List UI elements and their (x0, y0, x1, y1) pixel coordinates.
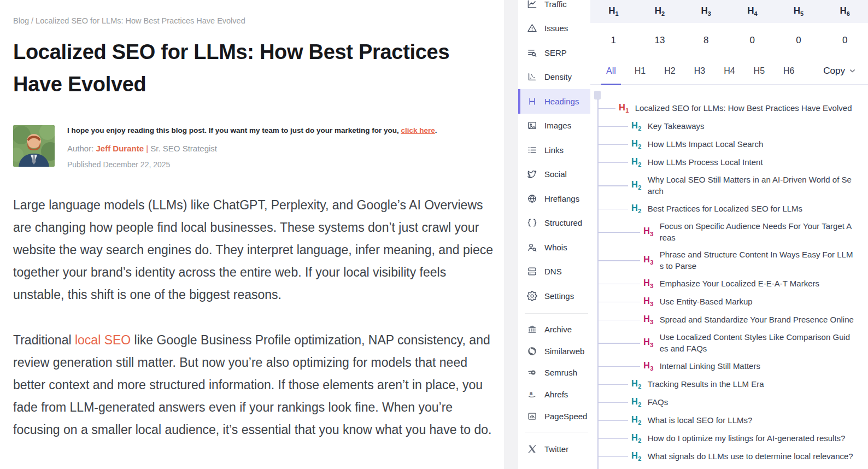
heading-level-badge: H2 (631, 396, 642, 408)
breadcrumb[interactable]: Blog / Localized SEO for LLMs: How Best … (13, 0, 504, 25)
tab-h6[interactable]: H6 (782, 57, 796, 84)
author-note: I hope you enjoy reading this blog post.… (67, 125, 437, 134)
published-date: Published December 22, 2025 (67, 160, 437, 169)
globe-icon (527, 194, 537, 204)
sidebar-item-label: Links (544, 145, 564, 155)
heading-text: Use Localized Content Styles Like Compar… (660, 331, 854, 354)
tab-h2[interactable]: H2 (662, 57, 677, 84)
author-note-text: I hope you enjoy reading this blog post.… (67, 126, 401, 134)
sidebar-tools-group: Archive Similarweb Semrush a Ahrefs Page… (518, 319, 590, 427)
tab-h1[interactable]: H1 (633, 57, 647, 84)
sidebar-item-whois[interactable]: Whois (518, 235, 590, 260)
heading-text: How LLMs Process Local Intent (648, 156, 763, 168)
sidebar-item-label: Density (544, 72, 572, 81)
sidebar-item-label: Ahrefs (544, 390, 568, 399)
paragraph-2-text-cont: like Google Business Profile optimizatio… (13, 333, 491, 437)
heading-level-badge: H2 (631, 432, 642, 444)
heading-level-badge: H2 (631, 414, 642, 426)
heading-level-badge: H2 (631, 138, 642, 150)
sidebar-item-headings[interactable]: Headings (518, 89, 590, 114)
summary-label-h2: H2 (637, 5, 683, 17)
author-photo-illustration (13, 125, 55, 167)
sidebar-item-label: DNS (544, 267, 562, 276)
seo-extension-sidebar: Traffic Issues SERP Density Headings Ima (518, 0, 590, 469)
heading-tree-item[interactable]: H2 FAQs (590, 393, 854, 411)
sidebar-item-label: Twitter (544, 444, 568, 454)
sidebar-item-structured[interactable]: Structured (518, 211, 590, 236)
list-links-icon (527, 145, 537, 155)
x-twitter-icon (527, 444, 537, 454)
tab-h3[interactable]: H3 (693, 57, 707, 84)
author-role: Sr. SEO Strategist (150, 144, 217, 153)
copy-dropdown-button[interactable]: Copy (823, 57, 856, 84)
heading-tree-item[interactable]: H2 What signals do LLMs use to determine… (590, 447, 854, 465)
heading-tree-item[interactable]: H2 How LLMs Impact Local Search (590, 135, 854, 153)
sidebar-item-density[interactable]: Density (518, 65, 590, 90)
twitter-bird-icon (527, 169, 537, 179)
heading-tree-item[interactable]: H2 Tracking Results in the LLM Era (590, 375, 854, 393)
sidebar-item-settings[interactable]: Settings (518, 284, 590, 308)
summary-label-h6: H6 (822, 5, 868, 17)
sidebar-item-semrush[interactable]: Semrush (518, 362, 590, 384)
heading-text: What signals do LLMs use to determine lo… (648, 450, 853, 462)
heading-tree-item[interactable]: H2 How LLMs Process Local Intent (590, 153, 854, 171)
heading-tree-item[interactable]: H3 Internal Linking Still Matters (590, 357, 854, 375)
sidebar-item-hreflangs[interactable]: Hreflangs (518, 186, 590, 211)
headings-analysis-panel: H1 H2 H3 H4 H5 H6 1 13 8 0 0 0 All H1 H2… (590, 0, 868, 469)
sidebar-item-dns[interactable]: DNS (518, 260, 590, 284)
heading-tree-item[interactable]: H2 How do I optimize my listings for AI-… (590, 429, 854, 447)
heading-tree-item[interactable]: H2 Best Practices for Localized SEO for … (590, 200, 854, 218)
headings-summary-header: H1 H2 H3 H4 H5 H6 (590, 0, 868, 23)
sidebar-item-serp[interactable]: SERP (518, 40, 590, 65)
heading-tree-item[interactable]: H3 Focus on Specific Audience Needs For … (590, 218, 854, 246)
svg-text:a: a (530, 390, 533, 396)
sidebar-item-traffic[interactable]: Traffic (518, 0, 590, 16)
author-name-link[interactable]: Jeff Durante (96, 144, 144, 153)
local-seo-link[interactable]: local SEO (75, 333, 131, 347)
sidebar-item-twitter[interactable]: Twitter (518, 437, 590, 461)
archive-bank-icon (527, 324, 537, 335)
heading-text: Why Local SEO Still Matters in an AI-Dri… (648, 174, 854, 197)
click-here-link[interactable]: click here (401, 126, 435, 134)
sidebar-item-label: Headings (544, 97, 579, 106)
tab-h4[interactable]: H4 (722, 57, 736, 84)
tab-all[interactable]: All (605, 57, 618, 84)
sidebar-item-social[interactable]: Social (518, 162, 590, 187)
heading-tree-item[interactable]: H1 Localized SEO for LLMs: How Best Prac… (590, 99, 854, 117)
h3-count: 8 (683, 35, 729, 46)
heading-tree-item[interactable]: H3 Use Localized Content Styles Like Com… (590, 329, 854, 357)
sidebar-item-ahrefs[interactable]: a Ahrefs (518, 384, 590, 406)
author-separator: | (144, 144, 150, 153)
paragraph-2-text: Traditional (13, 333, 75, 347)
author-note-period: . (435, 126, 437, 134)
sidebar-item-images[interactable]: Images (518, 114, 590, 138)
heading-text: Emphasize Your Localized E-E-A-T Markers (660, 278, 819, 289)
tab-h5[interactable]: H5 (752, 57, 766, 84)
sidebar-item-label: SERP (544, 48, 567, 57)
sidebar-item-pagespeed[interactable]: PageSpeed (518, 405, 590, 427)
sidebar-item-label: Semrush (544, 368, 577, 377)
heading-text: Key Takeaways (648, 120, 705, 132)
heading-tree-item[interactable]: H3 Phrase and Structure Content In Ways … (590, 246, 854, 274)
author-label: Author: (67, 144, 96, 153)
sidebar-item-archive[interactable]: Archive (518, 319, 590, 341)
heading-text: Spread and Standardize Your Brand Presen… (660, 314, 854, 325)
headings-summary-counts: 1 13 8 0 0 0 (590, 23, 868, 57)
blog-article: Blog / Localized SEO for LLMs: How Best … (0, 0, 504, 469)
sidebar-item-similarweb[interactable]: Similarweb (518, 340, 590, 362)
heading-level-badge: H2 (631, 378, 642, 390)
heading-tree-item[interactable]: H3 Use Entity-Based Markup (590, 292, 854, 310)
h6-count: 0 (822, 35, 868, 46)
traffic-chart-icon (527, 0, 537, 9)
heading-h-icon (527, 96, 537, 107)
heading-tree-item[interactable]: H2 Key Takeaways (590, 117, 854, 135)
heading-level-badge: H2 (631, 156, 642, 168)
headings-tree-list: H1 Localized SEO for LLMs: How Best Prac… (590, 92, 854, 465)
heading-tree-item[interactable]: H2 What is local SEO for LLMs? (590, 411, 854, 429)
heading-tree-item[interactable]: H3 Emphasize Your Localized E-E-A-T Mark… (590, 274, 854, 292)
sidebar-item-links[interactable]: Links (518, 138, 590, 162)
sidebar-item-label: Settings (544, 291, 574, 301)
sidebar-item-issues[interactable]: Issues (518, 16, 590, 41)
heading-tree-item[interactable]: H2 Why Local SEO Still Matters in an AI-… (590, 171, 854, 200)
heading-tree-item[interactable]: H3 Spread and Standardize Your Brand Pre… (590, 310, 854, 329)
